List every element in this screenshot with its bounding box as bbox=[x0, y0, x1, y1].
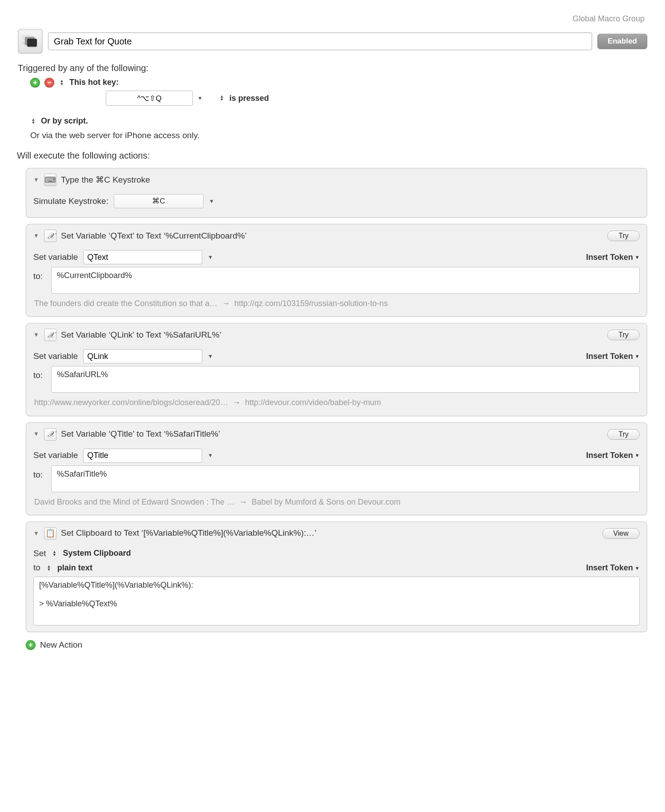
action-type-keystroke[interactable]: ▼ ⌨ Type the ⌘C Keystroke Simulate Keyst… bbox=[26, 168, 647, 218]
add-trigger-button[interactable]: + bbox=[30, 78, 40, 88]
disclosure-icon[interactable]: ▼ bbox=[33, 331, 40, 339]
action-title: Set Variable ‘QText’ to Text ‘%CurrentCl… bbox=[61, 230, 603, 242]
action-title: Set Variable ‘QLink’ to Text ‘%SafariURL… bbox=[61, 329, 603, 341]
insert-token-button[interactable]: Insert Token▼ bbox=[586, 562, 640, 573]
hotkey-label: This hot key: bbox=[69, 77, 119, 88]
group-name: Global Macro Group bbox=[18, 13, 647, 24]
preview-after: Babel by Mumford & Sons on Devour.com bbox=[252, 497, 401, 508]
to-label: to: bbox=[33, 267, 46, 283]
preview-after: http://devour.com/video/babel-by-mum bbox=[245, 397, 381, 408]
clipboard-icon: 📋 bbox=[44, 527, 56, 540]
action-title: Set Clipboard to Text ‘[%Variable%QTitle… bbox=[61, 527, 598, 539]
preview-before: The founders did create the Constitution… bbox=[34, 298, 217, 309]
to-label: to: bbox=[33, 366, 46, 382]
arrow-icon: → bbox=[232, 397, 240, 408]
insert-token-label: Insert Token bbox=[586, 352, 633, 361]
keystroke-field[interactable]: ⌘C bbox=[114, 194, 204, 208]
variable-name-input[interactable] bbox=[83, 449, 202, 463]
try-button[interactable]: Try bbox=[607, 231, 640, 241]
preview-before: http://www.newyorker.com/online/blogs/cl… bbox=[34, 397, 228, 408]
variable-dropdown-icon[interactable]: ▼ bbox=[208, 353, 213, 360]
action-set-variable-qtext[interactable]: ▼ 𝒳 Set Variable ‘QText’ to Text ‘%Curre… bbox=[26, 224, 647, 317]
variable-icon: 𝒳 bbox=[44, 230, 56, 242]
add-action-button[interactable]: + bbox=[26, 640, 36, 650]
action-set-clipboard[interactable]: ▼ 📋 Set Clipboard to Text ‘[%Variable%QT… bbox=[26, 521, 647, 632]
clipboard-target: System Clipboard bbox=[63, 548, 131, 559]
trigger-type-stepper[interactable]: ▲▼ bbox=[59, 78, 65, 87]
script-trigger-stepper[interactable]: ▲▼ bbox=[30, 117, 36, 126]
set-label: Set bbox=[33, 548, 46, 560]
try-button[interactable]: Try bbox=[607, 330, 640, 340]
web-server-note: Or via the web server for iPhone access … bbox=[30, 130, 647, 142]
arrow-icon: → bbox=[222, 298, 230, 309]
hotkey-input[interactable] bbox=[106, 91, 193, 106]
variable-name-input[interactable] bbox=[83, 250, 202, 264]
disclosure-icon[interactable]: ▼ bbox=[33, 176, 40, 184]
preview-before: David Brooks and the Mind of Edward Snow… bbox=[34, 497, 235, 508]
variable-dropdown-icon[interactable]: ▼ bbox=[208, 254, 213, 261]
format-stepper[interactable]: ▲▼ bbox=[46, 564, 52, 573]
variable-dropdown-icon[interactable]: ▼ bbox=[208, 452, 213, 459]
insert-token-label: Insert Token bbox=[586, 451, 633, 460]
insert-token-button[interactable]: Insert Token▼ bbox=[586, 351, 640, 362]
hotkey-dropdown-icon[interactable]: ▼ bbox=[197, 95, 203, 102]
to-text-input[interactable] bbox=[51, 366, 640, 393]
hotkey-mode-stepper[interactable]: ▲▼ bbox=[219, 94, 225, 103]
new-action-label: New Action bbox=[40, 639, 82, 651]
enabled-toggle[interactable]: Enabled bbox=[597, 34, 647, 49]
action-set-variable-qtitle[interactable]: ▼ 𝒳 Set Variable ‘QTitle’ to Text ‘%Safa… bbox=[26, 422, 647, 515]
set-variable-label: Set variable bbox=[33, 350, 78, 362]
actions-heading: Will execute the following actions: bbox=[17, 149, 647, 162]
to-label: to bbox=[33, 562, 40, 574]
try-button[interactable]: Try bbox=[607, 429, 640, 440]
insert-token-button[interactable]: Insert Token▼ bbox=[586, 450, 640, 461]
set-variable-label: Set variable bbox=[33, 450, 78, 462]
to-text-input[interactable] bbox=[51, 267, 640, 294]
set-variable-label: Set variable bbox=[33, 251, 78, 263]
variable-icon: 𝒳 bbox=[44, 329, 56, 341]
keyboard-icon: ⌨ bbox=[44, 174, 56, 186]
triggers-heading: Triggered by any of the following: bbox=[18, 62, 647, 74]
arrow-icon: → bbox=[239, 497, 247, 508]
action-set-variable-qlink[interactable]: ▼ 𝒳 Set Variable ‘QLink’ to Text ‘%Safar… bbox=[26, 323, 647, 416]
view-button[interactable]: View bbox=[602, 528, 640, 539]
clipboard-target-stepper[interactable]: ▲▼ bbox=[52, 549, 58, 558]
format-label: plain text bbox=[57, 562, 92, 573]
insert-token-button[interactable]: Insert Token▼ bbox=[586, 252, 640, 263]
remove-trigger-button[interactable]: − bbox=[44, 78, 54, 88]
disclosure-icon[interactable]: ▼ bbox=[33, 232, 40, 240]
keystroke-dropdown-icon[interactable]: ▼ bbox=[209, 198, 214, 205]
simulate-keystroke-label: Simulate Keystroke: bbox=[33, 195, 108, 207]
macro-title-input[interactable] bbox=[48, 32, 592, 50]
disclosure-icon[interactable]: ▼ bbox=[33, 430, 40, 438]
disclosure-icon[interactable]: ▼ bbox=[33, 529, 40, 537]
or-by-script: Or by script. bbox=[41, 115, 88, 127]
insert-token-label: Insert Token bbox=[586, 563, 633, 572]
action-title: Type the ⌘C Keystroke bbox=[61, 174, 640, 186]
insert-token-label: Insert Token bbox=[586, 253, 633, 262]
action-title: Set Variable ‘QTitle’ to Text ‘%SafariTi… bbox=[61, 428, 603, 440]
macro-icon bbox=[18, 29, 43, 54]
clipboard-text-input[interactable] bbox=[33, 577, 640, 625]
to-text-input[interactable] bbox=[51, 466, 640, 492]
to-label: to: bbox=[33, 466, 46, 481]
preview-after: http://qz.com/103159/russian-solution-to… bbox=[234, 298, 388, 309]
hotkey-mode: is pressed bbox=[229, 93, 269, 104]
variable-icon: 𝒳 bbox=[44, 428, 56, 441]
variable-name-input[interactable] bbox=[83, 349, 202, 363]
